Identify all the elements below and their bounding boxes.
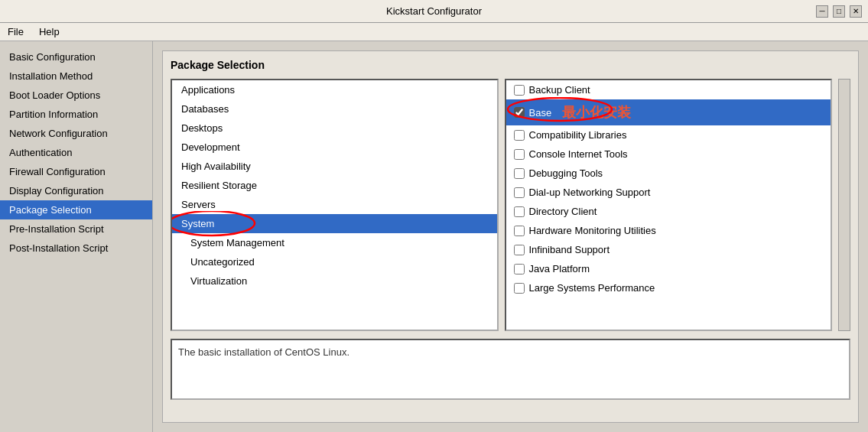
large-label: Large Systems Performance [529, 282, 655, 294]
window-controls: ─ □ ✕ [816, 5, 862, 18]
description-text: The basic installation of CentOS Linux. [178, 346, 349, 358]
checkbox-dialup-input[interactable] [514, 187, 525, 198]
java-label: Java Platform [529, 263, 590, 274]
compat-label: Compatibility Libraries [529, 129, 627, 141]
hardware-label: Hardware Monitoring Utilities [529, 225, 656, 236]
sidebar-item-boot-loader-options[interactable]: Boot Loader Options [0, 86, 152, 105]
checkbox-base[interactable]: Base 最小化安装 [506, 99, 831, 125]
checkbox-console-input[interactable] [514, 149, 525, 160]
close-button[interactable]: ✕ [850, 5, 862, 18]
maximize-button[interactable]: □ [833, 5, 845, 18]
checkbox-java-platform[interactable]: Java Platform [506, 259, 831, 278]
titlebar: Kickstart Configurator ─ □ ✕ [0, 0, 868, 23]
sidebar-item-display-configuration[interactable]: Display Configuration [0, 181, 152, 200]
lists-container: Applications Databases Desktops Developm… [171, 79, 850, 331]
left-package-list[interactable]: Applications Databases Desktops Developm… [171, 79, 499, 331]
menu-file[interactable]: File [3, 24, 28, 39]
section-title: Package Selection [171, 59, 850, 71]
checkbox-hardware-input[interactable] [514, 226, 525, 236]
main-layout: Basic Configuration Installation Method … [0, 41, 868, 432]
checkbox-debugging-tools[interactable]: Debugging Tools [506, 164, 831, 183]
base-label: Base [529, 107, 552, 119]
list-item-system-management[interactable]: System Management [172, 233, 497, 252]
list-item-high-availability[interactable]: High Availability [172, 157, 497, 176]
checkbox-compatibility-libraries[interactable]: Compatibility Libraries [506, 125, 831, 145]
menu-help[interactable]: Help [34, 24, 64, 39]
window-title: Kickstart Configurator [52, 5, 816, 17]
description-box: The basic installation of CentOS Linux. [171, 339, 850, 400]
left-list-wrapper: Applications Databases Desktops Developm… [171, 79, 499, 331]
list-item-applications[interactable]: Applications [172, 80, 497, 99]
list-item-desktops[interactable]: Desktops [172, 119, 497, 138]
sidebar-item-installation-method[interactable]: Installation Method [0, 67, 152, 86]
sidebar-item-partition-information[interactable]: Partition Information [0, 105, 152, 124]
list-item-servers[interactable]: Servers [172, 195, 497, 214]
list-item-system[interactable]: System [172, 214, 497, 233]
sidebar: Basic Configuration Installation Method … [0, 41, 153, 432]
checkbox-compat-input[interactable] [514, 130, 525, 141]
backup-client-label: Backup Client [529, 84, 590, 96]
right-list-wrapper: Backup Client Base 最小化安装 [505, 79, 833, 331]
scrollbar[interactable] [838, 79, 850, 331]
base-chinese-annotation: 最小化安装 [562, 103, 631, 122]
list-item-development[interactable]: Development [172, 138, 497, 157]
directory-label: Directory Client [529, 206, 597, 217]
checkbox-infiniband-support[interactable]: Infiniband Support [506, 240, 831, 259]
checkbox-infiniband-input[interactable] [514, 245, 525, 255]
checkbox-dialup-networking[interactable]: Dial-up Networking Support [506, 183, 831, 202]
checkbox-java-input[interactable] [514, 264, 525, 274]
checkbox-base-input[interactable] [514, 107, 525, 118]
infiniband-label: Infiniband Support [529, 244, 610, 255]
sidebar-item-firewall-configuration[interactable]: Firewall Configuration [0, 162, 152, 181]
list-item-uncategorized[interactable]: Uncategorized [172, 252, 497, 271]
checkbox-directory-input[interactable] [514, 206, 525, 217]
checkbox-debugging-input[interactable] [514, 168, 525, 179]
package-area: Package Selection Applications Databases… [162, 50, 859, 423]
checkbox-large-input[interactable] [514, 283, 525, 294]
checkbox-directory-client[interactable]: Directory Client [506, 202, 831, 221]
sidebar-item-pre-installation-script[interactable]: Pre-Installation Script [0, 219, 152, 239]
sidebar-item-authentication[interactable]: Authentication [0, 143, 152, 162]
sidebar-item-post-installation-script[interactable]: Post-Installation Script [0, 239, 152, 258]
sidebar-item-package-selection[interactable]: Package Selection [0, 200, 152, 219]
checkbox-backup-client[interactable]: Backup Client [506, 80, 831, 99]
console-label: Console Internet Tools [529, 148, 628, 160]
checkbox-console-internet-tools[interactable]: Console Internet Tools [506, 145, 831, 164]
content-area: Package Selection Applications Databases… [153, 41, 868, 432]
svg-point-0 [171, 211, 255, 235]
checkbox-hardware-monitoring[interactable]: Hardware Monitoring Utilities [506, 221, 831, 240]
menubar: File Help [0, 23, 868, 41]
list-item-virtualization[interactable]: Virtualization [172, 271, 497, 291]
dialup-label: Dial-up Networking Support [529, 187, 651, 198]
minimize-button[interactable]: ─ [816, 5, 828, 18]
debugging-label: Debugging Tools [529, 167, 603, 179]
checkbox-large-systems[interactable]: Large Systems Performance [506, 278, 831, 297]
sidebar-item-network-configuration[interactable]: Network Configuration [0, 124, 152, 143]
list-item-resilient-storage[interactable]: Resilient Storage [172, 176, 497, 195]
right-package-list[interactable]: Backup Client Base 最小化安装 [505, 79, 833, 331]
sidebar-item-basic-configuration[interactable]: Basic Configuration [0, 47, 152, 67]
checkbox-backup-client-input[interactable] [514, 85, 525, 96]
list-item-databases[interactable]: Databases [172, 99, 497, 119]
